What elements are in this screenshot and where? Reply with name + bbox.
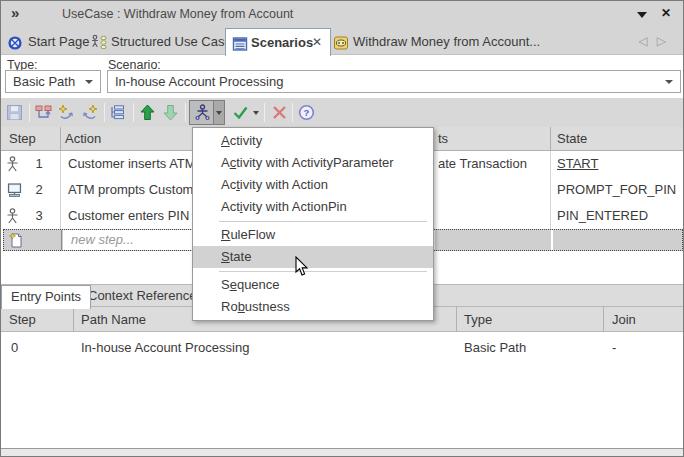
- tab-label: Structured Use Cases: [111, 28, 238, 55]
- step-number: 2: [31, 177, 47, 203]
- column-divider: [603, 307, 604, 332]
- mouse-cursor: [295, 256, 309, 280]
- toolbar-separator: [292, 103, 293, 122]
- toolbar-separator: [29, 103, 30, 122]
- outline-tree-icon[interactable]: [109, 104, 126, 121]
- step-action[interactable]: ATM prompts Custome: [68, 177, 201, 203]
- menu-item-activity-with-actionpin[interactable]: Activity with ActionPin: [193, 196, 433, 218]
- menu-separator: [193, 218, 433, 224]
- entry-type: Basic Path: [464, 338, 526, 358]
- new-step-placeholder: new step...: [71, 230, 134, 250]
- properties-window: » UseCase : Withdraw Money from Account …: [0, 0, 684, 457]
- scenario-value: In-house Account Processing: [115, 71, 283, 92]
- tab-start-page[interactable]: Start Page: [7, 28, 91, 55]
- overflow-chevrons-icon[interactable]: »: [11, 4, 19, 21]
- link-steps-icon[interactable]: [35, 104, 52, 121]
- generate-diagram-dropdown[interactable]: [214, 100, 225, 125]
- scenarios-icon: [232, 34, 248, 61]
- tab-scroll-right-icon[interactable]: ▷: [657, 34, 675, 48]
- tab-close-icon[interactable]: ✕: [312, 29, 322, 56]
- step-action[interactable]: Customer enters PIN: [68, 203, 189, 229]
- column-divider: [73, 307, 74, 332]
- entry-join: -: [612, 338, 616, 358]
- tab-scroll-left-icon[interactable]: ◁: [639, 34, 657, 48]
- toolbar-separator: [104, 103, 105, 122]
- generate-diagram-button[interactable]: [189, 100, 214, 125]
- move-down-icon[interactable]: [162, 104, 179, 121]
- column-header-step[interactable]: Step: [9, 127, 36, 151]
- tab-label: Withdraw Money from Account...: [353, 28, 540, 55]
- menu-item-state[interactable]: State: [193, 246, 433, 268]
- type-value: Basic Path: [13, 71, 75, 92]
- menu-item-activity[interactable]: Activity: [193, 130, 433, 152]
- column-divider: [550, 127, 551, 151]
- menu-item-activity-with-activityparameter[interactable]: Activity with ActivityParameter: [193, 152, 433, 174]
- step-results-fragment[interactable]: ate Transaction: [438, 151, 527, 177]
- window-menu-caret-icon[interactable]: [637, 12, 647, 18]
- scenario-toolbar: ?: [1, 98, 683, 127]
- chevron-down-icon: [665, 80, 673, 84]
- column-header-step[interactable]: Step: [9, 307, 36, 332]
- toolbar-separator: [264, 103, 265, 122]
- add-sub-step-icon[interactable]: [81, 104, 98, 121]
- tab-scenarios[interactable]: Scenarios ✕: [225, 28, 331, 56]
- title-bar: » UseCase : Withdraw Money from Account …: [1, 1, 683, 28]
- tab-label: Start Page: [28, 28, 89, 55]
- menu-item-sequence[interactable]: Sequence: [193, 274, 433, 296]
- step-state[interactable]: START: [557, 151, 598, 177]
- svg-text:?: ?: [304, 107, 310, 118]
- window-close-icon[interactable]: ✕: [661, 6, 671, 20]
- column-divider: [456, 307, 457, 332]
- chevron-down-icon: [216, 111, 222, 115]
- column-divider: [60, 127, 61, 151]
- menu-separator: [193, 268, 433, 274]
- step-action[interactable]: Customer inserts ATM_: [68, 151, 203, 177]
- chevron-down-icon: [85, 80, 93, 84]
- delete-icon[interactable]: [271, 104, 288, 121]
- generate-diagram-icon: [194, 104, 211, 121]
- new-step-icon-cell: [4, 230, 62, 250]
- move-up-icon[interactable]: [139, 104, 156, 121]
- tab-entry-points[interactable]: Entry Points: [1, 285, 91, 309]
- window-bottom-strip: [1, 448, 683, 457]
- screenshot: » UseCase : Withdraw Money from Account …: [0, 0, 684, 457]
- column-header-join[interactable]: Join: [612, 307, 636, 332]
- column-divider: [551, 230, 553, 250]
- tab-scroll-arrows[interactable]: ◁▷: [639, 28, 675, 55]
- entry-step: 0: [11, 338, 18, 358]
- scenario-dropdown[interactable]: In-house Account Processing: [107, 70, 681, 93]
- column-header-path-name[interactable]: Path Name: [81, 307, 146, 332]
- document-tab-bar: Start Page Structured Use Cases Scenario…: [1, 28, 683, 55]
- menu-item-activity-with-action[interactable]: Activity with Action: [193, 174, 433, 196]
- column-header-results-fragment[interactable]: ts: [438, 127, 448, 151]
- step-number: 3: [31, 203, 47, 229]
- menu-item-ruleflow[interactable]: RuleFlow: [193, 224, 433, 246]
- tab-label: Entry Points: [11, 289, 81, 304]
- step-number: 1: [31, 151, 47, 177]
- toolbar-separator: [185, 103, 186, 122]
- save-icon[interactable]: [6, 104, 23, 121]
- tab-withdraw-money[interactable]: Withdraw Money from Account...: [333, 28, 533, 55]
- add-step-icon[interactable]: [58, 104, 75, 121]
- tab-label: Context References: [88, 288, 203, 303]
- step-state[interactable]: PIN_ENTERED: [557, 203, 648, 229]
- step-state[interactable]: PROMPT_FOR_PIN: [557, 177, 676, 203]
- window-title: UseCase : Withdraw Money from Account: [62, 7, 293, 21]
- new-step-icon: [8, 232, 24, 252]
- column-header-action[interactable]: Action: [65, 127, 101, 151]
- scenario-controls: Type: Scenario: Basic Path In-house Acco…: [1, 56, 683, 98]
- menu-item-robustness[interactable]: Robustness: [193, 296, 433, 318]
- validate-dropdown-icon[interactable]: [253, 111, 259, 115]
- toolbar-separator: [133, 103, 134, 122]
- entry-point-row[interactable]: 0In-house Account ProcessingBasic Path-: [1, 338, 683, 358]
- tab-label: Scenarios: [251, 29, 313, 56]
- type-dropdown[interactable]: Basic Path: [5, 70, 101, 93]
- column-header-state[interactable]: State: [557, 127, 587, 151]
- context-menu: ActivityActivity with ActivityParameterA…: [192, 127, 434, 321]
- entry-path-name: In-house Account Processing: [81, 338, 249, 358]
- column-header-type[interactable]: Type: [464, 307, 492, 332]
- tab-structured-use-cases[interactable]: Structured Use Cases: [91, 28, 227, 55]
- help-icon[interactable]: ?: [298, 104, 315, 121]
- validate-icon[interactable]: [232, 104, 249, 121]
